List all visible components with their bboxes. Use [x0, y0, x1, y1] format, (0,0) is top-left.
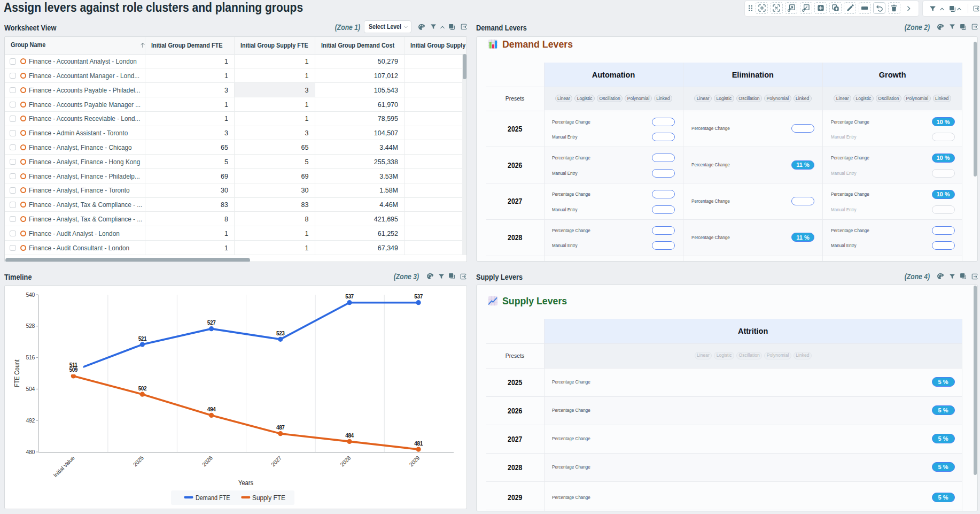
svg-text:Initial Value: Initial Value — [52, 455, 76, 479]
svg-text:FTE Count: FTE Count — [13, 359, 21, 387]
svg-text:Supply FTE: Supply FTE — [252, 494, 285, 502]
svg-text:540: 540 — [26, 291, 35, 298]
svg-text:521: 521 — [138, 336, 147, 342]
svg-text:504: 504 — [26, 386, 35, 392]
svg-text:2026: 2026 — [201, 455, 214, 468]
svg-text:502: 502 — [138, 386, 147, 392]
svg-text:537: 537 — [414, 294, 423, 300]
svg-text:2029: 2029 — [408, 455, 421, 468]
svg-text:2027: 2027 — [270, 455, 283, 468]
svg-text:527: 527 — [207, 320, 216, 326]
svg-text:487: 487 — [276, 425, 285, 431]
svg-text:537: 537 — [345, 294, 354, 300]
svg-text:528: 528 — [26, 323, 35, 329]
svg-text:509: 509 — [69, 367, 78, 373]
svg-text:2028: 2028 — [339, 455, 352, 468]
svg-text:2025: 2025 — [131, 455, 145, 468]
svg-text:480: 480 — [26, 449, 35, 455]
svg-text:523: 523 — [276, 331, 285, 336]
svg-text:516: 516 — [26, 354, 35, 360]
svg-text:494: 494 — [207, 406, 216, 412]
svg-text:492: 492 — [26, 417, 35, 424]
svg-text:Demand FTE: Demand FTE — [196, 494, 230, 502]
svg-text:484: 484 — [345, 433, 354, 439]
svg-text:Years: Years — [238, 479, 253, 487]
svg-text:481: 481 — [414, 441, 423, 447]
